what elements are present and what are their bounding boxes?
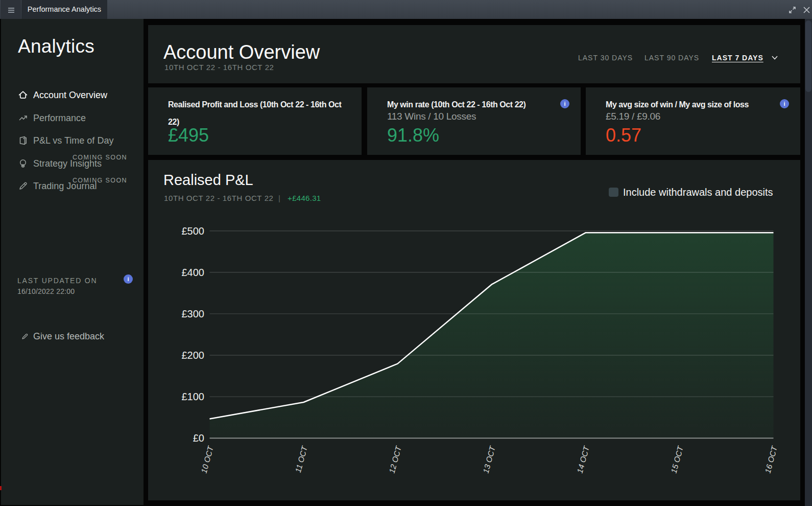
svg-text:11 OCT: 11 OCT [294,444,309,473]
svg-text:12 OCT: 12 OCT [387,444,403,474]
svg-text:10 OCT: 10 OCT [199,444,215,474]
svg-text:£400: £400 [182,267,205,278]
svg-text:16 OCT: 16 OCT [763,444,779,474]
svg-text:£0: £0 [193,432,204,444]
svg-text:£200: £200 [182,350,205,361]
svg-text:13 OCT: 13 OCT [481,444,497,474]
svg-text:15 OCT: 15 OCT [669,444,685,474]
svg-text:£100: £100 [182,391,205,402]
svg-text:14 OCT: 14 OCT [575,444,591,474]
svg-text:£300: £300 [182,308,205,319]
svg-text:£500: £500 [182,225,205,237]
